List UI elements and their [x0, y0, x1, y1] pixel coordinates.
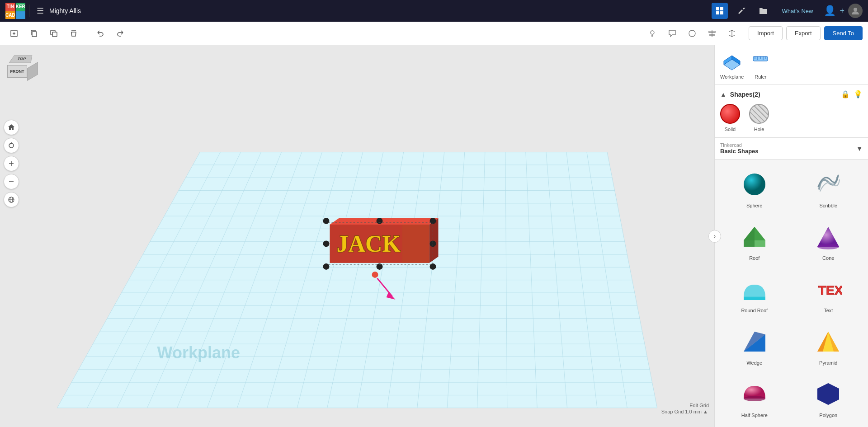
- perspective-button[interactable]: [4, 192, 19, 207]
- viewport[interactable]: TOP FRONT: [0, 45, 714, 427]
- send-to-button[interactable]: Send To: [824, 26, 863, 40]
- tools-view-button[interactable]: [733, 3, 750, 19]
- toolbar: Import Export Send To: [0, 22, 868, 45]
- shape-item-round-roof[interactable]: Round Roof: [720, 270, 789, 317]
- svg-rect-8: [52, 32, 57, 37]
- shape-item-polygon[interactable]: Polygon: [794, 375, 863, 422]
- cube-top-face[interactable]: TOP: [9, 55, 33, 63]
- shape-item-text[interactable]: TEXT Text: [794, 270, 863, 317]
- app-logo[interactable]: TIN KER CAD: [5, 3, 22, 19]
- svg-rect-1: [720, 7, 723, 10]
- shapes-title: Shapes(2): [730, 91, 760, 98]
- logo-ker: KER: [16, 3, 25, 11]
- lock-icon[interactable]: 🔒: [841, 90, 850, 99]
- svg-text:TEXT: TEXT: [818, 283, 842, 297]
- workplane-label: Workplane: [720, 74, 744, 80]
- collapse-shapes-icon[interactable]: ▲: [720, 91, 726, 98]
- shape-item-half-sphere[interactable]: Half Sphere: [720, 375, 789, 422]
- new-button[interactable]: [5, 25, 23, 42]
- import-button[interactable]: Import: [749, 26, 783, 40]
- ruler-tool[interactable]: Ruler: [749, 50, 772, 80]
- svg-rect-3: [720, 11, 723, 14]
- solid-circle: [720, 104, 740, 124]
- svg-point-44: [744, 396, 765, 401]
- svg-point-10: [689, 30, 695, 37]
- zoom-out-button[interactable]: [4, 174, 19, 189]
- shape-item-wedge[interactable]: Wedge: [720, 322, 789, 369]
- view-cube[interactable]: TOP FRONT: [5, 51, 38, 83]
- scribble-label: Scribble: [819, 203, 837, 208]
- snap-grid-arrow[interactable]: ▲: [703, 409, 708, 414]
- copy-button[interactable]: [25, 25, 42, 42]
- svg-marker-33: [744, 227, 755, 247]
- roof-label: Roof: [749, 255, 760, 261]
- edit-grid-label[interactable]: Edit Grid: [689, 403, 709, 408]
- comment-button[interactable]: [664, 25, 681, 42]
- circle-button[interactable]: [684, 25, 701, 42]
- text-label: Text: [824, 308, 833, 313]
- cube-side-face[interactable]: [27, 62, 38, 81]
- nav-divider: [29, 5, 29, 17]
- shape-item-cone[interactable]: Cone: [794, 217, 863, 264]
- solid-option[interactable]: Solid: [720, 104, 740, 132]
- tools-panel: Workplane Ruler: [715, 45, 868, 84]
- text-shape-icon: TEXT: [812, 273, 844, 305]
- view-cube-inner: TOP FRONT: [5, 51, 38, 83]
- home-view-button[interactable]: [4, 120, 19, 135]
- viewport-container: TOP FRONT: [0, 45, 714, 427]
- svg-point-14: [9, 143, 14, 148]
- cone-shape-icon: [812, 221, 844, 253]
- snap-grid-text: Snap Grid: [661, 409, 684, 414]
- cone-label: Cone: [822, 255, 834, 261]
- whats-new-button[interactable]: What's New: [777, 8, 819, 14]
- shape-item-scribble[interactable]: Scribble: [794, 165, 863, 212]
- add-icon: +: [840, 6, 844, 16]
- shape-item-roof[interactable]: Roof: [720, 217, 789, 264]
- rotate-view-button[interactable]: [4, 138, 19, 153]
- delete-button[interactable]: [65, 25, 82, 42]
- wedge-label: Wedge: [746, 360, 762, 366]
- flip-button[interactable]: [723, 25, 741, 42]
- light-icon[interactable]: 💡: [854, 90, 863, 99]
- hole-option[interactable]: Hole: [749, 104, 769, 132]
- cube-front-face[interactable]: FRONT: [7, 65, 27, 78]
- logo-cad1: CAD: [5, 11, 15, 19]
- shape-item-sphere[interactable]: Sphere: [720, 165, 789, 212]
- folder-button[interactable]: [755, 3, 771, 19]
- round-roof-shape-icon: [739, 273, 770, 305]
- user-avatar[interactable]: [848, 4, 863, 18]
- export-button[interactable]: Export: [786, 26, 821, 40]
- workplane-tool[interactable]: Workplane: [720, 50, 744, 80]
- redo-button[interactable]: [112, 25, 129, 42]
- shape-item-pyramid[interactable]: Pyramid: [794, 322, 863, 369]
- svg-point-4: [854, 8, 857, 11]
- half-sphere-shape-icon: [739, 378, 770, 410]
- wedge-shape-icon: [739, 326, 770, 357]
- category-label: Tinkercad: [720, 142, 759, 148]
- pyramid-label: Pyramid: [819, 360, 837, 366]
- collapse-panel-button[interactable]: ›: [708, 230, 721, 243]
- duplicate-button[interactable]: [45, 25, 62, 42]
- light-bulb-button[interactable]: [644, 25, 661, 42]
- sphere-label: Sphere: [746, 203, 762, 208]
- category-dropdown-button[interactable]: ▼: [856, 145, 863, 152]
- canvas-3d[interactable]: [0, 45, 714, 427]
- ruler-icon: [749, 50, 772, 72]
- add-person-icon: 👤: [824, 5, 836, 17]
- align-button[interactable]: [703, 25, 721, 42]
- grid-view-button[interactable]: [712, 3, 728, 19]
- logo-cad2: [16, 11, 25, 19]
- shape-props-header: ▲ Shapes(2) 🔒 💡: [720, 90, 863, 99]
- app-title-input[interactable]: Mighty Allis: [49, 7, 81, 14]
- pyramid-shape-icon: [812, 326, 844, 357]
- top-navigation: TIN KER CAD ☰ Mighty Allis What's New 👤 …: [0, 0, 868, 22]
- category-name: Basic Shapes: [720, 148, 759, 155]
- logo-tin: TIN: [5, 3, 15, 11]
- svg-rect-6: [32, 32, 37, 37]
- undo-button[interactable]: [92, 25, 109, 42]
- hamburger-icon[interactable]: ☰: [37, 6, 44, 16]
- polygon-shape-icon: [812, 378, 844, 410]
- user-area[interactable]: 👤 +: [824, 4, 863, 18]
- zoom-in-button[interactable]: [4, 156, 19, 171]
- svg-marker-34: [817, 227, 839, 247]
